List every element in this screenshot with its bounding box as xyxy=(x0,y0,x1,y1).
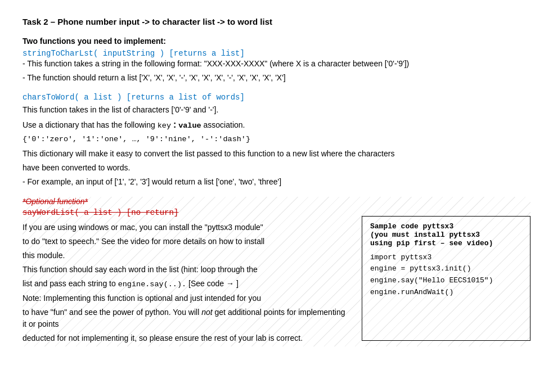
code-line-1: import pyttsx3 xyxy=(370,252,522,264)
section-chars-to-word: charsToWord( a list ) [returns a list of… xyxy=(23,93,530,188)
opt-desc3: this module. xyxy=(23,250,350,262)
sample-code-header: Sample code pyttsx3 (you must install py… xyxy=(370,222,522,247)
func2-desc2: Use a dictionary that has the following … xyxy=(23,118,530,132)
func2-desc1: This function takes in the list of chara… xyxy=(23,104,530,116)
code-line-3: engine.say("Hello EECS1015") xyxy=(370,275,522,287)
func3-signature: sayWordList( a list ) [no return] xyxy=(23,208,178,217)
opt-desc7: to have "fun" and see the power of pytho… xyxy=(23,307,350,330)
opt-desc2: to do "text to speech." See the video fo… xyxy=(23,236,350,247)
code-line-4: engine.runAndWait() xyxy=(370,287,522,299)
opt-desc5: list and pass each string to engine.say(… xyxy=(23,278,350,290)
opt-desc6: Note: Implementing this function is opti… xyxy=(23,292,350,304)
func2-desc3: This dictionary will make it easy to con… xyxy=(23,148,530,160)
page-container: Task 2 – Phone number input -> to charac… xyxy=(23,17,530,346)
func1-signature: stringToCharLst( inputString ) [returns … xyxy=(23,49,530,58)
func1-desc2: - The function should return a list ['X'… xyxy=(23,72,530,84)
page-title: Task 2 – Phone number input -> to charac… xyxy=(23,17,530,26)
func2-signature: charsToWord( a list ) [returns a list of… xyxy=(23,93,530,102)
opt-desc4: This function should say each word in th… xyxy=(23,264,350,276)
section-functions-heading: Two functions you need to implement: str… xyxy=(23,37,530,84)
func1-desc1: - This function takes a string in the fo… xyxy=(23,58,530,70)
opt-desc1: If you are using windows or mac, you can… xyxy=(23,222,350,233)
optional-section: *Optional function* sayWordList( a list … xyxy=(23,197,530,346)
opt-desc8: deducted for not implementing it, so ple… xyxy=(23,332,350,344)
func2-desc3b: have been converted to words. xyxy=(23,162,530,174)
sample-code-box: Sample code pyttsx3 (you must install py… xyxy=(362,216,530,341)
func2-example: - For example, an input of ['1', '2', '3… xyxy=(23,176,530,188)
optional-text: If you are using windows or mac, you can… xyxy=(23,222,350,346)
func2-dict: {'0':'zero', '1':'one', …, '9':'nine', '… xyxy=(23,134,530,145)
optional-label: *Optional function* xyxy=(23,197,88,206)
code-line-2: engine = pyttsx3.init() xyxy=(370,263,522,275)
bottom-section: If you are using windows or mac, you can… xyxy=(23,222,530,346)
functions-heading: Two functions you need to implement: xyxy=(23,37,530,46)
